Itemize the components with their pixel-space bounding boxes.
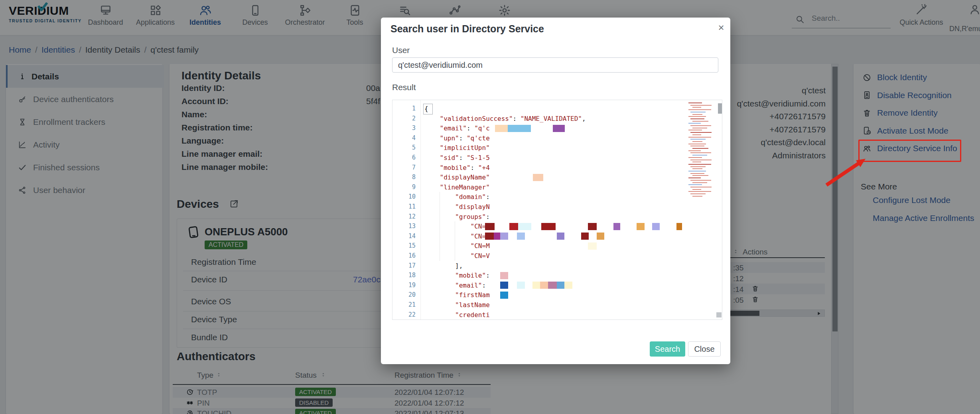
user-search-input[interactable]	[392, 57, 718, 73]
line-number: 17	[392, 261, 416, 271]
minimap	[688, 103, 714, 202]
redaction-block	[637, 223, 645, 230]
code-line: "CN=M	[424, 241, 490, 251]
minimap-line	[688, 150, 701, 151]
minimap-line	[688, 137, 711, 138]
code-line: "credenti	[424, 310, 490, 320]
line-number: 1	[392, 104, 416, 114]
result-label: Result	[392, 83, 416, 92]
line-number: 15	[392, 241, 416, 251]
line-number: 3	[392, 123, 416, 133]
line-number: 6	[392, 153, 416, 163]
minimap-line	[692, 141, 702, 142]
redaction-block	[517, 282, 525, 289]
code-line: "CN=V	[424, 251, 490, 261]
minimap-line	[692, 148, 708, 149]
minimap-line	[690, 125, 711, 126]
minimap-line	[690, 180, 711, 181]
code-line: "implicitUpn"	[424, 143, 490, 153]
minimap-line	[688, 109, 711, 110]
minimap-line	[688, 130, 702, 130]
redaction-block	[540, 282, 548, 289]
minimap-line	[692, 128, 707, 128]
code-line: "lastName	[424, 300, 490, 310]
page: VERIDIUM TRUSTED DIGITAL IDENTITY Dashbo…	[0, 0, 980, 414]
redaction-block	[494, 233, 500, 240]
redaction-block	[652, 223, 660, 230]
minimap-line	[688, 103, 702, 103]
minimap-line	[690, 187, 712, 187]
code-line: "email": "q'c	[424, 123, 490, 133]
redaction-block	[518, 223, 531, 230]
minimap-line	[690, 146, 704, 146]
line-number: 22	[392, 310, 416, 320]
minimap-line	[688, 177, 701, 178]
redaction-block	[485, 233, 494, 240]
minimap-line	[692, 114, 702, 115]
redaction-block	[508, 125, 531, 132]
modal-close-icon[interactable]: ×	[715, 22, 727, 34]
minimap-line	[690, 193, 706, 194]
user-field-label: User	[392, 45, 410, 55]
minimap-line	[688, 144, 706, 144]
redaction-block	[676, 223, 682, 230]
redaction-block	[517, 233, 525, 240]
minimap-line	[690, 173, 704, 174]
redaction-block	[533, 174, 543, 181]
close-button[interactable]: Close	[688, 341, 721, 357]
redaction-block	[541, 223, 556, 230]
redaction-block	[588, 242, 597, 250]
minimap-line	[692, 121, 708, 122]
line-number: 8	[392, 172, 416, 182]
minimap-line	[692, 196, 702, 197]
redaction-block	[532, 282, 540, 289]
directory-search-modal: Search user in Directory Service × User …	[381, 18, 730, 364]
redaction-block	[509, 223, 518, 230]
redaction-block	[581, 233, 589, 240]
search-button[interactable]: Search	[650, 341, 685, 357]
line-number: 2	[392, 114, 416, 124]
minimap-line	[692, 168, 702, 169]
code-line: {	[424, 104, 428, 114]
editor-vertical-scrollbar-thumb[interactable]	[718, 103, 722, 114]
minimap-line	[688, 171, 706, 172]
minimap-line	[690, 118, 704, 119]
minimap-line	[692, 107, 701, 108]
minimap-line	[692, 134, 701, 135]
line-number: 16	[392, 251, 416, 261]
minimap-line	[688, 184, 702, 185]
code-line: "upn": "q'cte	[424, 133, 490, 143]
minimap-line	[692, 189, 701, 190]
redaction-block	[557, 233, 564, 240]
line-number: 19	[392, 280, 416, 290]
minimap-line	[690, 139, 706, 140]
code-line: "firstNam	[424, 290, 490, 300]
code-line: "email":	[424, 280, 486, 290]
minimap-line	[688, 157, 702, 158]
line-number: 9	[392, 182, 416, 192]
code-line: "sid": "S-1-5	[424, 153, 490, 163]
minimap-line	[692, 155, 707, 156]
annotation-highlight-box	[858, 140, 961, 162]
redaction-block	[564, 282, 572, 289]
gutter-separator	[420, 100, 421, 319]
minimap-line	[688, 191, 711, 192]
annotation-arrow	[820, 156, 870, 189]
redaction-block	[613, 223, 620, 230]
code-line: "mobile": "+4	[424, 163, 490, 173]
code-line: "displayName"	[424, 172, 490, 182]
line-number: 12	[392, 212, 416, 222]
minimap-line	[690, 132, 712, 133]
result-code-editor[interactable]: 1{2 "validationSuccess": "NAME_VALIDATED…	[392, 100, 722, 320]
code-line: "CN=D	[424, 231, 490, 241]
minimap-line	[692, 162, 701, 162]
line-number: 14	[392, 231, 416, 241]
minimap-line	[692, 175, 708, 176]
redaction-block	[500, 233, 508, 240]
line-number: 18	[392, 270, 416, 280]
code-line: "validationSuccess": "NAME_VALIDATED",	[424, 114, 586, 124]
code-line: "lineManager"	[424, 182, 490, 192]
line-number: 13	[392, 221, 416, 231]
modal-title: Search user in Directory Service	[390, 23, 544, 35]
line-number: 10	[392, 192, 416, 202]
